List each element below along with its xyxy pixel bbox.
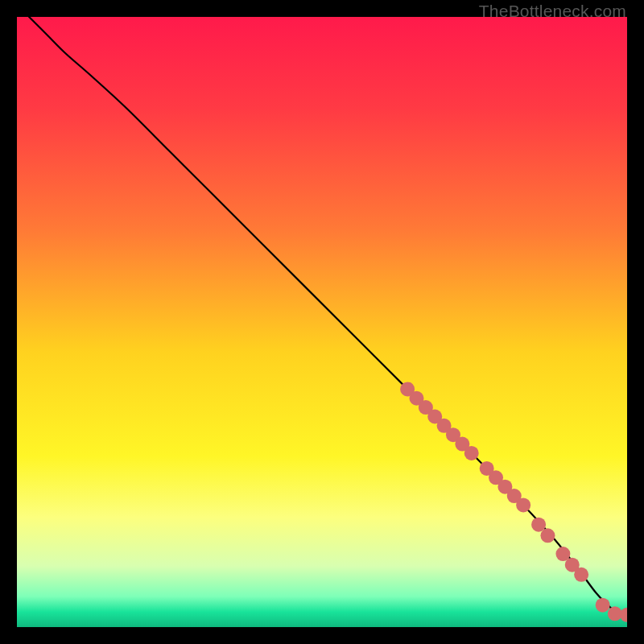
marker-dot	[574, 568, 588, 582]
chart-frame: TheBottleneck.com	[0, 0, 644, 644]
marker-dot	[596, 598, 610, 613]
chart-svg	[17, 17, 627, 627]
gradient-background	[17, 17, 627, 627]
plot-area	[17, 17, 627, 627]
marker-dot	[464, 446, 479, 460]
marker-dot	[516, 497, 530, 512]
marker-dot	[540, 528, 555, 543]
